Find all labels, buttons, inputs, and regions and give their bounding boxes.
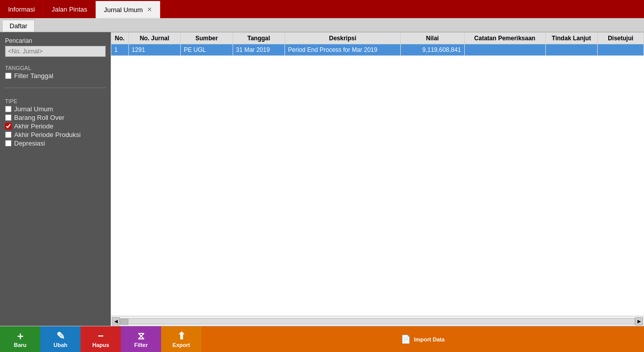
search-input[interactable] <box>5 46 106 57</box>
col-header-sumber: Sumber <box>181 33 233 44</box>
tipe-akhir-periode: Akhir Periode <box>5 122 106 130</box>
scroll-left-arrow[interactable]: ◀ <box>112 317 120 325</box>
tab-jalan-pintas-label: Jalan Pintas <box>51 6 87 13</box>
tipe-akhir-periode-produksi-checkbox[interactable] <box>5 131 12 138</box>
content-area: No. No. Jurnal Sumber Tanggal Deskripsi … <box>111 32 644 326</box>
baru-button[interactable]: ＋ Baru <box>0 326 40 352</box>
col-header-disetujui: Disetujui <box>598 33 644 44</box>
filter-tanggal-item: Filter Tanggal <box>5 72 106 80</box>
filter-label: Filter <box>134 342 148 348</box>
col-header-tanggal: Tanggal <box>233 33 285 44</box>
cell-catatan <box>464 44 545 56</box>
import-button[interactable]: 📄 Import Data <box>201 326 644 352</box>
scroll-thumb[interactable] <box>120 319 128 325</box>
tipe-jurnal-umum-label: Jurnal Umum <box>14 105 53 113</box>
filter-tanggal-label: Filter Tanggal <box>14 72 53 80</box>
col-header-deskripsi: Deskripsi <box>285 33 401 44</box>
scroll-right-arrow[interactable]: ▶ <box>635 317 643 325</box>
subtab-daftar-label: Daftar <box>10 22 27 30</box>
horizontal-scrollbar[interactable]: ◀ ▶ <box>111 316 644 326</box>
tipe-barang-roll-over: Barang Roll Over <box>5 114 106 121</box>
tipe-jurnal-umum-checkbox[interactable] <box>5 106 12 112</box>
filter-button[interactable]: ⧖ Filter <box>121 326 161 352</box>
cell-tanggal: 31 Mar 2019 <box>233 44 285 56</box>
cell-no-jurnal: 1291 <box>128 44 181 56</box>
tipe-akhir-periode-produksi: Akhir Periode Produksi <box>5 131 106 138</box>
ubah-button[interactable]: ✎ Ubah <box>40 326 81 352</box>
col-header-no-jurnal: No. Jurnal <box>128 33 181 44</box>
tab-informasi[interactable]: Informasi <box>0 0 43 18</box>
cell-sumber: PE UGL <box>181 44 233 56</box>
table-header-row: No. No. Jurnal Sumber Tanggal Deskripsi … <box>111 33 644 44</box>
baru-label: Baru <box>14 342 26 348</box>
subtab-daftar[interactable]: Daftar <box>2 20 35 32</box>
export-label: Export <box>173 342 190 348</box>
tab-jalan-pintas[interactable]: Jalan Pintas <box>43 0 96 18</box>
cell-deskripsi: Period End Process for Mar 2019 <box>285 44 401 56</box>
tipe-barang-roll-over-label: Barang Roll Over <box>14 114 64 121</box>
pencarian-label: Pencarian <box>5 37 106 44</box>
sidebar-divider <box>5 88 106 88</box>
scroll-track[interactable] <box>120 318 635 324</box>
hapus-button[interactable]: − Hapus <box>81 326 121 352</box>
col-header-no: No. <box>111 33 129 44</box>
table-body: 1 1291 PE UGL 31 Mar 2019 Period End Pro… <box>111 44 644 56</box>
tipe-section-label: TIPE <box>5 98 106 104</box>
sidebar: Pencarian TANGGAL Filter Tanggal TIPE Ju… <box>0 32 111 326</box>
col-header-catatan: Catatan Pemeriksaan <box>464 33 545 44</box>
filter-tanggal-checkbox[interactable] <box>5 73 12 79</box>
cell-no: 1 <box>111 44 129 56</box>
ubah-label: Ubah <box>53 342 67 348</box>
close-icon[interactable]: ✕ <box>147 6 152 13</box>
bottom-toolbar: ＋ Baru ✎ Ubah − Hapus ⧖ Filter ⬆ Export … <box>0 326 644 352</box>
data-table: No. No. Jurnal Sumber Tanggal Deskripsi … <box>111 32 644 56</box>
cell-tindak <box>545 44 598 56</box>
tipe-barang-roll-over-checkbox[interactable] <box>5 114 12 121</box>
tab-jurnal-umum-label: Jurnal Umum <box>104 6 142 14</box>
tipe-akhir-periode-checkbox[interactable] <box>5 123 12 129</box>
col-header-tindak: Tindak Lanjut <box>545 33 598 44</box>
col-header-nilai: Nilai <box>401 33 465 44</box>
subtab-bar: Daftar <box>0 18 644 32</box>
edit-icon: ✎ <box>56 331 65 341</box>
cell-disetujui <box>598 44 644 56</box>
tipe-akhir-periode-label: Akhir Periode <box>14 122 53 130</box>
tipe-jurnal-umum: Jurnal Umum <box>5 105 106 113</box>
tipe-depresiasi-checkbox[interactable] <box>5 140 12 147</box>
table-row[interactable]: 1 1291 PE UGL 31 Mar 2019 Period End Pro… <box>111 44 644 56</box>
hapus-label: Hapus <box>92 342 109 348</box>
cell-nilai: 9,119,608,841 <box>401 44 465 56</box>
export-icon: ⬆ <box>177 331 186 341</box>
plus-icon: ＋ <box>15 331 25 341</box>
minus-icon: − <box>98 331 104 341</box>
table-scroll-container[interactable]: No. No. Jurnal Sumber Tanggal Deskripsi … <box>111 32 644 316</box>
tanggal-section-label: TANGGAL <box>5 65 106 71</box>
tab-informasi-label: Informasi <box>8 6 35 13</box>
tipe-depresiasi: Depresiasi <box>5 139 106 147</box>
import-icon: 📄 <box>401 335 411 343</box>
export-button[interactable]: ⬆ Export <box>161 326 201 352</box>
tipe-depresiasi-label: Depresiasi <box>14 139 45 147</box>
main-layout: Pencarian TANGGAL Filter Tanggal TIPE Ju… <box>0 32 644 326</box>
tab-jurnal-umum[interactable]: Jurnal Umum ✕ <box>96 0 160 18</box>
tipe-akhir-periode-produksi-label: Akhir Periode Produksi <box>14 131 81 138</box>
filter-icon: ⧖ <box>137 331 145 341</box>
tab-bar: Informasi Jalan Pintas Jurnal Umum ✕ <box>0 0 644 18</box>
import-label: Import Data <box>414 336 445 342</box>
